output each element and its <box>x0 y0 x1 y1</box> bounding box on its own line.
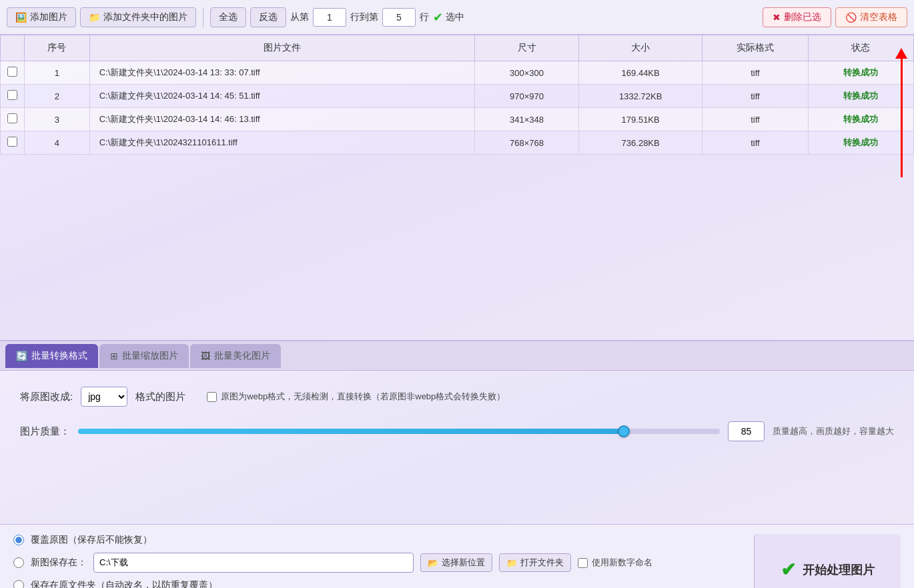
invert-select-button[interactable]: 反选 <box>250 7 286 27</box>
tab-resize[interactable]: ⊞ 批量缩放图片 <box>99 344 189 368</box>
delete-selected-button[interactable]: ✖ 删除已选 <box>763 7 831 27</box>
row-id: 2 <box>25 85 90 108</box>
format-select[interactable]: jpg png webp bmp gif tiff <box>81 387 127 407</box>
original-folder-label: 保存在原文件夹（自动改名，以防重复覆盖） <box>31 579 217 588</box>
process-button-area[interactable]: ✔ 开始处理图片 <box>754 534 901 588</box>
process-button[interactable]: ✔ 开始处理图片 <box>781 559 875 581</box>
select-indicator: ✔ 选中 <box>433 10 464 25</box>
row-checkbox[interactable] <box>7 90 17 100</box>
choose-location-label: 选择新位置 <box>442 557 485 569</box>
format-suffix-label: 格式的图片 <box>135 391 185 403</box>
original-folder-radio[interactable] <box>13 580 24 588</box>
col-filesize-header: 大小 <box>579 35 703 61</box>
row-file: C:\新建文件夹\1\2024-03-14 14: 45: 51.tiff <box>89 85 474 108</box>
row-checkbox-cell <box>1 61 25 85</box>
beautify-icon: 🖼 <box>201 351 210 361</box>
row-range-group: 从第 行到第 行 <box>290 8 429 27</box>
rename-label-text: 使用新数字命名 <box>592 557 652 569</box>
new-location-radio[interactable] <box>13 557 24 568</box>
row-size: 768×768 <box>474 131 578 155</box>
row-id: 3 <box>25 108 90 131</box>
from-input[interactable] <box>313 8 346 27</box>
quality-row: 图片质量： 质量越高，画质越好，容量越大 <box>20 421 894 441</box>
quality-label: 图片质量： <box>20 425 70 438</box>
select-label: 选中 <box>446 11 464 23</box>
row-file: C:\新建文件夹\1\2024-03-14 14: 46: 13.tiff <box>89 108 474 131</box>
choose-location-button[interactable]: 📂 选择新位置 <box>420 553 492 572</box>
settings-panel: 将原图改成: jpg png webp bmp gif tiff 格式的图片 原… <box>0 371 914 524</box>
row-checkbox-cell <box>1 108 25 131</box>
row-size: 300×300 <box>474 61 578 85</box>
tab-convert-label: 批量转换格式 <box>31 350 87 362</box>
resize-icon: ⊞ <box>110 351 118 361</box>
rename-checkbox-label[interactable]: 使用新数字命名 <box>578 557 652 569</box>
rename-checkbox[interactable] <box>578 558 588 568</box>
quality-slider-container <box>78 425 720 438</box>
bottom-panel: 覆盖原图（保存后不能恢复） 新图保存在： 📂 选择新位置 📁 打开文件夹 使用新… <box>0 524 914 588</box>
toolbar: 🖼️ 添加图片 📁 添加文件夹中的图片 全选 反选 从第 行到第 行 ✔ 选中 … <box>0 0 914 35</box>
from-label: 从第 <box>290 11 309 23</box>
overwrite-label: 覆盖原图（保存后不能恢复） <box>31 534 152 546</box>
row-format: tiff <box>703 85 808 108</box>
tab-beautify[interactable]: 🖼 批量美化图片 <box>190 344 281 368</box>
row-id: 4 <box>25 131 90 155</box>
table-header-row: 序号 图片文件 尺寸 大小 实际格式 状态 <box>1 35 914 61</box>
save-path-input[interactable] <box>93 553 414 573</box>
to-input[interactable] <box>382 8 416 27</box>
new-location-row: 新图保存在： 📂 选择新位置 📁 打开文件夹 使用新数字命名 <box>13 553 741 573</box>
open-folder-button[interactable]: 📁 打开文件夹 <box>499 553 571 572</box>
row-format: tiff <box>703 108 808 131</box>
add-image-label: 添加图片 <box>30 11 67 23</box>
convert-icon: 🔄 <box>16 351 27 361</box>
col-file-header: 图片文件 <box>89 35 474 61</box>
clear-table-button[interactable]: 🚫 清空表格 <box>835 7 907 27</box>
table-body: 1 C:\新建文件夹\1\2024-03-14 13: 33: 07.tiff … <box>1 61 914 155</box>
new-location-label: 新图保存在： <box>31 557 87 569</box>
quality-note: 质量越高，画质越好，容量越大 <box>773 425 894 437</box>
row-checkbox[interactable] <box>7 113 17 123</box>
convert-label: 将原图改成: <box>20 391 73 403</box>
webp-checkbox[interactable] <box>207 392 217 402</box>
add-image-icon: 🖼️ <box>15 12 27 23</box>
row-size: 341×348 <box>474 108 578 131</box>
row-checkbox-cell <box>1 85 25 108</box>
row-checkbox[interactable] <box>7 67 17 77</box>
row-size: 970×970 <box>474 85 578 108</box>
overwrite-radio[interactable] <box>13 535 24 545</box>
table-row: 2 C:\新建文件夹\1\2024-03-14 14: 45: 51.tiff … <box>1 85 914 108</box>
table-area: 序号 图片文件 尺寸 大小 实际格式 状态 1 C:\新建文件夹\1\2024-… <box>0 35 914 341</box>
table-row: 1 C:\新建文件夹\1\2024-03-14 13: 33: 07.tiff … <box>1 61 914 85</box>
save-options: 覆盖原图（保存后不能恢复） 新图保存在： 📂 选择新位置 📁 打开文件夹 使用新… <box>13 534 741 588</box>
add-folder-label: 添加文件夹中的图片 <box>103 11 187 23</box>
tab-resize-label: 批量缩放图片 <box>122 350 178 362</box>
slider-thumb[interactable] <box>618 425 630 437</box>
col-format-header: 实际格式 <box>703 35 808 61</box>
row-format: tiff <box>703 131 808 155</box>
col-id-header: 序号 <box>25 35 90 61</box>
row-id: 1 <box>25 61 90 85</box>
overwrite-row: 覆盖原图（保存后不能恢复） <box>13 534 741 546</box>
process-label: 开始处理图片 <box>803 562 875 578</box>
table-row: 4 C:\新建文件夹\1\2024321101611.tiff 768×768 … <box>1 131 914 155</box>
slider-track <box>78 429 720 434</box>
row-filesize: 169.44KB <box>579 61 703 85</box>
table-row: 3 C:\新建文件夹\1\2024-03-14 14: 46: 13.tiff … <box>1 108 914 131</box>
row-file: C:\新建文件夹\1\2024-03-14 13: 33: 07.tiff <box>89 61 474 85</box>
slider-fill <box>78 429 624 434</box>
check-icon: ✔ <box>433 10 443 25</box>
arrow-line <box>901 57 903 177</box>
checkbox-header <box>1 35 25 61</box>
open-folder-label: 打开文件夹 <box>520 557 564 569</box>
original-folder-row: 保存在原文件夹（自动改名，以防重复覆盖） <box>13 579 741 588</box>
add-image-button[interactable]: 🖼️ 添加图片 <box>7 7 76 27</box>
select-all-button[interactable]: 全选 <box>210 7 246 27</box>
row-checkbox[interactable] <box>7 137 17 147</box>
delete-icon: ✖ <box>773 12 781 23</box>
webp-label-text: 原图为webp格式，无须检测，直接转换（若原图非webp格式会转换失败） <box>221 391 505 403</box>
webp-checkbox-label[interactable]: 原图为webp格式，无须检测，直接转换（若原图非webp格式会转换失败） <box>207 391 505 403</box>
add-folder-button[interactable]: 📁 添加文件夹中的图片 <box>80 7 196 27</box>
tab-convert[interactable]: 🔄 批量转换格式 <box>5 344 98 368</box>
clear-label: 清空表格 <box>860 11 897 23</box>
row-checkbox-cell <box>1 131 25 155</box>
quality-input[interactable] <box>728 421 765 441</box>
